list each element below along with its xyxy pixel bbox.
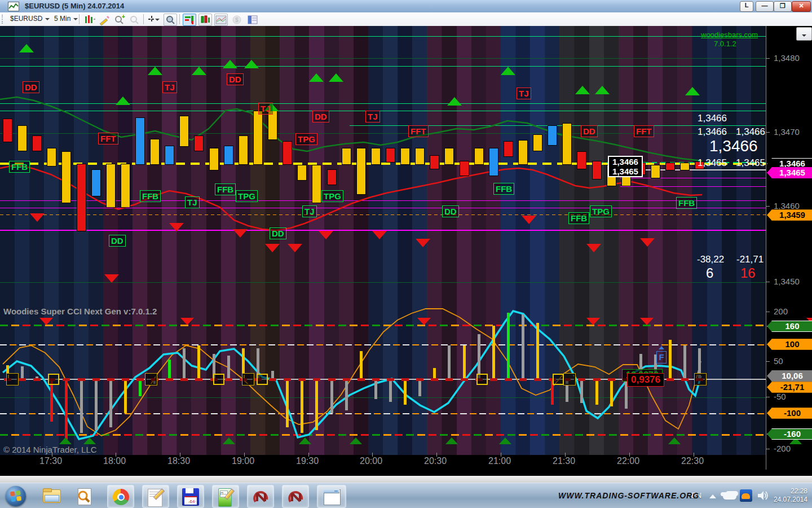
chart-panel-button-active[interactable] [183,14,196,26]
separator [79,14,80,24]
draw-tool-button[interactable] [98,14,111,26]
pattern-label-tpg: TPG [590,205,612,217]
cci-zero-dot [431,378,438,381]
zoom-in-button[interactable]: + [113,14,126,26]
weather-tray-icon[interactable] [740,489,752,502]
taskbar-window-app[interactable] [317,485,346,508]
close-button[interactable]: ✕ [792,1,811,12]
chart-watermark-site: woodiesbars.com [701,30,758,39]
taskbar-search[interactable] [71,485,97,507]
axis-tick [766,206,770,207]
candle-bar [548,125,557,146]
candle-bar [165,146,174,165]
candle-bar [224,146,233,165]
taskbar-notepad[interactable] [142,485,169,508]
volume-icon[interactable] [757,490,769,501]
candle-bar [327,169,337,185]
price-readout: 1,3466 [698,126,727,138]
cci-zero-dot [667,378,674,381]
candle-bar [592,161,602,179]
taskbar-chrome[interactable] [107,485,134,508]
cci-top-arrow [586,318,600,325]
time-axis-label: 17:30 [39,456,62,466]
separator [143,14,144,24]
down-arrow-signal [265,244,280,252]
cci-zero-dot [180,378,188,381]
link-button[interactable]: L [740,1,753,12]
taskbar-ninjatrader-2[interactable] [282,485,309,508]
candle-bar [47,148,56,167]
candle-bar [209,148,219,170]
taskbar-editor-green[interactable]: Π↔ [212,485,239,508]
toolbar-grip[interactable] [2,15,5,24]
cci-bottom-arrow [445,437,458,444]
cloud-icon[interactable] [723,493,736,500]
cci-zero-dot [63,378,70,381]
tray-expand-icon[interactable] [709,494,716,498]
candle-bar [32,135,42,151]
chart-scroll-button[interactable] [796,27,812,41]
taskbar-floppy[interactable]: -64· [177,485,204,508]
cci-zero-dot [284,378,291,381]
down-arrow-signal [169,223,184,231]
cci-histogram-bar [580,379,583,403]
axis-price-tag: 100 [767,339,812,350]
cci-histogram-bar [183,348,186,379]
candle-bar [518,140,528,165]
pattern-label-tpg: TPG [321,190,343,202]
cci-bottom-arrow [668,437,681,444]
cci-zero-dot [358,378,365,381]
cci-marker-square [7,374,18,385]
region-chart-button[interactable] [214,14,228,26]
bar-type-button[interactable] [82,14,96,26]
cci-histogram-bar [418,379,421,396]
candle-bar [386,148,395,163]
candle-bar [91,169,101,196]
taskbar-ninjatrader-1[interactable] [247,485,274,508]
desktop: $EURUSD (5 Min) 24.07.2014 L — ❐ ✕ $EURU… [0,0,812,508]
axis-price-tag: 160 [767,321,812,332]
restore-button[interactable]: ❐ [774,1,792,12]
time-axis-label: 22:00 [617,456,639,466]
zoom-window-button[interactable] [164,14,177,26]
axis-tick [766,397,770,397]
cci-zero-dot [490,378,497,381]
up-arrow-signal [223,60,237,68]
price-readout: 1,3465 [698,157,727,169]
cci-zero-dot [608,378,615,381]
cci-zero-dot [343,378,350,381]
candle-bar [150,139,160,165]
candle-bar [415,148,425,165]
start-button[interactable] [3,485,29,507]
cci-marker-square [48,374,59,385]
pattern-label-dd: DD [109,235,126,247]
cci-histogram-bar [669,340,672,379]
cci-histogram-bar [389,379,392,402]
axis-label: -200 [774,444,791,453]
dollar-button[interactable]: $ [230,14,244,26]
window-title: $EURUSD (5 Min) 24.07.2014 [25,2,124,10]
cci-histogram-bar [95,379,98,430]
f-flag-label: F [656,351,667,364]
zoom-out-button[interactable] [128,14,142,26]
candles-button[interactable] [198,14,212,26]
chart-area[interactable]: DDTJDDTJDDTJFFTTPGFFTTJDDFFTFFBFFBTJFFBT… [0,26,812,470]
data-panel-button[interactable] [246,14,259,26]
windows-flag-icon [10,491,21,502]
minimize-button[interactable]: — [756,1,774,12]
crosshair-button[interactable] [147,14,160,26]
lsma-line [3,311,701,439]
cci-panel-title: Woodies Super CCI Next Gen v:7.0.1.2 [3,306,157,316]
cci-bottom-arrow [350,437,362,444]
cci-histogram-bar [197,345,200,379]
candle-bar [3,119,12,142]
tray-clock[interactable]: 22:28 24.07.2014 [774,487,807,504]
time-axis-label: 21:00 [488,456,511,466]
taskbar-explorer[interactable] [38,485,64,507]
instrument-selector[interactable]: $EURUSD [10,15,50,23]
candle-bar [504,141,513,157]
cci-top-arrow [180,318,194,325]
interval-selector[interactable]: 5 Min [54,15,78,23]
cci-zero-dot [225,378,232,381]
magnifier-icon [77,489,91,504]
